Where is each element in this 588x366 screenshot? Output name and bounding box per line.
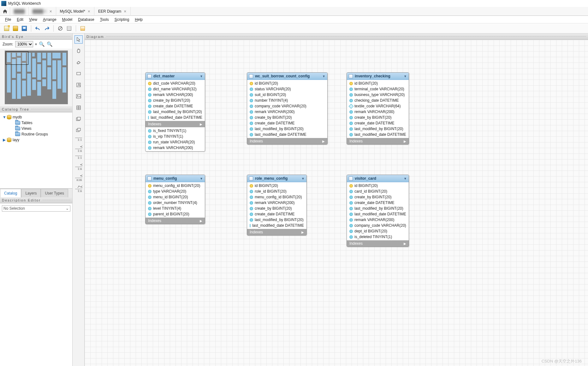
expand-toggle[interactable]: ▶ (3, 138, 6, 142)
doc-tab-3[interactable]: EER Diagram× (94, 7, 131, 16)
entity-header[interactable]: inventory_checking▼ (347, 73, 409, 80)
column-row[interactable]: role_id BIGINT(20) (247, 189, 306, 194)
entity-header[interactable]: visitor_card▼ (347, 175, 409, 182)
undo-button[interactable] (34, 25, 41, 32)
collapse-toggle[interactable]: ▼ (301, 177, 305, 180)
menu-help[interactable]: Help (135, 17, 143, 22)
column-row[interactable]: create_by BIGINT(20) (347, 194, 409, 200)
text-tool[interactable]: A (74, 81, 83, 89)
entity-header[interactable]: role_menu_config▼ (247, 175, 306, 182)
tree-db-layy[interactable]: ▶ layy (1, 137, 71, 143)
hand-tool[interactable] (74, 47, 83, 55)
zoom-out-button[interactable]: 🔍- (47, 41, 53, 47)
collapse-toggle[interactable]: ▼ (200, 75, 203, 78)
new-file-button[interactable] (3, 25, 10, 32)
tree-views[interactable]: Views (1, 126, 71, 131)
indexes-section[interactable]: Indexes▶ (146, 218, 205, 224)
column-row[interactable]: menu_id BIGINT(20) (146, 194, 205, 200)
column-row[interactable]: create_by BIGINT(20) (247, 115, 327, 120)
column-row[interactable]: card_id BIGINT(20) (347, 189, 409, 194)
column-row[interactable]: last_modified_date DATETIME (347, 132, 409, 137)
collapse-toggle[interactable]: ▼ (404, 177, 407, 180)
column-row[interactable]: order_number TINYINT(4) (146, 200, 205, 206)
birdseye-preview[interactable] (5, 51, 68, 104)
doc-tab-2[interactable]: MySQL Model*× (56, 7, 94, 16)
menu-arrange[interactable]: Arrange (43, 17, 56, 22)
column-row[interactable]: dict_code VARCHAR(20) (146, 81, 205, 86)
entity-header[interactable]: dict_master▼ (146, 73, 205, 80)
table-tool[interactable] (74, 104, 83, 112)
layer-tool[interactable] (74, 69, 83, 78)
pointer-tool[interactable] (74, 35, 83, 44)
column-row[interactable]: create_by BIGINT(20) (146, 98, 205, 103)
rel-1-n-id[interactable]: ≺1:n (74, 163, 83, 171)
column-row[interactable]: last_modified_by BIGINT(20) (347, 126, 409, 132)
entity-header[interactable]: menu_config▼ (146, 175, 205, 182)
column-row[interactable]: dept_id BIGINT(20) (347, 228, 409, 234)
column-row[interactable]: checking_date DATETIME (347, 98, 409, 103)
script-button[interactable] (79, 25, 86, 32)
close-icon[interactable]: × (124, 9, 126, 14)
column-row[interactable]: id BIGINT(20) (247, 81, 327, 86)
menu-database[interactable]: Database (78, 17, 94, 22)
column-row[interactable]: dict_name VARCHAR(32) (146, 86, 205, 92)
indexes-section[interactable]: Indexes▶ (247, 229, 306, 235)
image-tool[interactable] (74, 92, 83, 100)
description-select[interactable]: No Selection ⌄ (2, 205, 70, 212)
redo-button[interactable] (43, 25, 50, 32)
column-row[interactable]: parent_id BIGINT(20) (146, 211, 205, 217)
tab-catalog[interactable]: Catalog (0, 189, 21, 197)
menu-model[interactable]: Model (62, 17, 73, 22)
view-tool[interactable] (74, 115, 83, 123)
column-row[interactable]: last_modified_by BIGINT(20) (146, 109, 205, 115)
doc-tab-1[interactable]: ████ K× (29, 7, 56, 16)
close-icon[interactable]: × (88, 9, 90, 14)
column-row[interactable]: remark VARCHAR(200) (247, 109, 327, 115)
column-row[interactable]: last_modified_by BIGINT(20) (247, 126, 327, 132)
column-row[interactable]: company_code VARCHAR(20) (347, 223, 409, 228)
column-row[interactable]: number TINYINT(4) (247, 98, 327, 103)
column-row[interactable]: suit_id BIGINT(20) (247, 92, 327, 98)
menu-tools[interactable]: Tools (100, 17, 109, 22)
column-row[interactable]: is_deleted TINYINT(1) (347, 234, 409, 240)
column-row[interactable]: menu_config_id BIGINT(20) (247, 194, 306, 200)
entity-visitor_card[interactable]: visitor_card▼id BIGINT(20)card_id BIGINT… (347, 175, 409, 247)
column-row[interactable]: textile_code VARCHAR(64) (347, 103, 409, 109)
collapse-toggle[interactable]: ▼ (404, 75, 407, 78)
indexes-section[interactable]: Indexes▶ (347, 138, 409, 144)
column-row[interactable]: remark VARCHAR(200) (347, 217, 409, 223)
close-icon[interactable]: × (49, 9, 52, 14)
tab-user-types[interactable]: User Types (41, 189, 68, 197)
column-row[interactable]: create_date DATETIME (146, 103, 205, 109)
column-row[interactable]: id BIGINT(20) (247, 183, 306, 189)
indexes-section[interactable]: Indexes▶ (146, 121, 205, 127)
column-row[interactable]: last_modified_date DATETIME (247, 132, 327, 137)
menu-file[interactable]: File (5, 17, 11, 22)
eraser-tool[interactable] (74, 58, 83, 66)
table-button[interactable] (66, 25, 73, 32)
column-row[interactable]: create_date DATETIME (247, 120, 327, 126)
entity-dict_master[interactable]: dict_master▼dict_code VARCHAR(20)dict_na… (145, 72, 205, 152)
collapse-toggle[interactable]: ▼ (322, 75, 325, 78)
routine-tool[interactable] (74, 126, 83, 135)
column-row[interactable]: create_by BIGINT(20) (247, 206, 306, 211)
rel-n-m[interactable]: ≺n:m (74, 174, 83, 182)
entity-header[interactable]: wc_suit_borrow_count_config▼ (247, 73, 327, 80)
rel-1-1-nonid[interactable]: 1:1 (74, 138, 83, 141)
column-row[interactable]: business_type VARCHAR(20) (347, 92, 409, 98)
column-row[interactable]: create_by BIGINT(20) (347, 115, 409, 120)
column-row[interactable]: create_date DATETIME (247, 211, 306, 217)
home-tab[interactable] (0, 7, 10, 16)
column-row[interactable]: last_modified_date DATETIME (347, 211, 409, 217)
column-row[interactable]: remark VARCHAR(200) (347, 109, 409, 115)
tree-routines[interactable]: Routine Groups (1, 131, 71, 137)
zoom-in-button[interactable]: 🔍 (39, 41, 45, 47)
rel-1-1-id[interactable]: 1:1 (74, 156, 83, 159)
expand-toggle[interactable]: ▼ (3, 115, 6, 119)
column-row[interactable]: terminal_code VARCHAR(20) (347, 86, 409, 92)
indexes-section[interactable]: Indexes▶ (347, 240, 409, 247)
menu-scripting[interactable]: Scripting (115, 17, 129, 22)
entity-inventory_checking[interactable]: inventory_checking▼id BIGINT(20)terminal… (347, 72, 409, 145)
tab-layers[interactable]: Layers (21, 189, 41, 197)
column-row[interactable]: create_date DATETIME (347, 200, 409, 206)
